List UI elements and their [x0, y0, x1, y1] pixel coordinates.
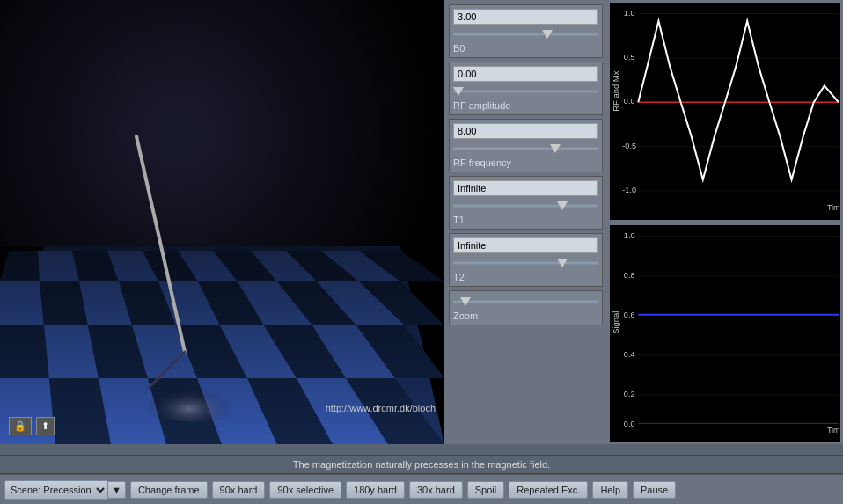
graphs-panel: 1.0 0.5 0.0 -0.5 -1.0 Tim	[607, 0, 843, 444]
30x-hard-button[interactable]: 30x hard	[409, 481, 463, 499]
viewport: http://www.drcmr.dk/bloch 🔒 ⬆	[0, 0, 444, 444]
lock-button[interactable]: 🔒	[9, 417, 32, 435]
b0-control: B0	[449, 4, 603, 58]
rf-frequency-slider[interactable]	[453, 142, 598, 156]
svg-text:Time: Time	[827, 425, 840, 434]
svg-text:1.0: 1.0	[624, 9, 635, 18]
change-frame-button[interactable]: Change frame	[130, 481, 208, 499]
b0-label: B0	[453, 43, 598, 54]
90x-selective-button[interactable]: 90x selective	[269, 481, 341, 499]
svg-text:Time: Time	[827, 203, 840, 212]
scene-svg	[0, 0, 444, 444]
rf-frequency-value-input[interactable]	[453, 123, 598, 139]
toolbar: Scene: Precession Scene: Relaxation Scen…	[0, 474, 843, 504]
zoom-label: Zoom	[453, 310, 598, 321]
rf-amplitude-control: RF amplitude	[449, 62, 603, 115]
rf-amplitude-label: RF amplitude	[453, 100, 598, 111]
t1-label: T1	[453, 215, 598, 225]
rf-amplitude-slider[interactable]	[453, 84, 598, 99]
controls-panel: B0 RF amplitude RF frequency	[444, 0, 607, 444]
top-section: http://www.drcmr.dk/bloch 🔒 ⬆ B0	[0, 0, 843, 455]
t1-value-input[interactable]	[453, 180, 598, 196]
main-container: http://www.drcmr.dk/bloch 🔒 ⬆ B0	[0, 0, 843, 504]
svg-rect-45	[610, 3, 840, 220]
status-message: The magnetization naturally precesses in…	[293, 459, 550, 470]
svg-text:0.4: 0.4	[624, 349, 635, 358]
rf-frequency-control: RF frequency	[449, 119, 603, 172]
svg-text:0.8: 0.8	[624, 270, 635, 279]
t2-control: T2	[449, 233, 603, 287]
signal-graph-container: 1.0 0.8 0.6 0.4 0.2 0.0 Tim	[610, 225, 840, 442]
signal-graph-svg: 1.0 0.8 0.6 0.4 0.2 0.0 Tim	[610, 225, 840, 442]
t2-value-input[interactable]	[453, 237, 598, 253]
viewport-icons: 🔒 ⬆	[9, 417, 55, 435]
upload-button[interactable]: ⬆	[36, 417, 55, 435]
zoom-control: Zoom	[449, 290, 603, 325]
180y-hard-button[interactable]: 180y hard	[346, 481, 405, 499]
rf-amplitude-value-input[interactable]	[453, 66, 598, 82]
rf-mx-graph-svg: 1.0 0.5 0.0 -0.5 -1.0 Tim	[610, 3, 840, 220]
svg-text:0.6: 0.6	[624, 310, 635, 318]
scene-select[interactable]: Scene: Precession Scene: Relaxation Scen…	[4, 480, 108, 500]
svg-text:-0.5: -0.5	[622, 142, 636, 150]
svg-text:RF and Mx: RF and Mx	[612, 70, 620, 112]
rf-frequency-label: RF frequency	[453, 157, 598, 168]
svg-text:0.0: 0.0	[624, 97, 635, 106]
svg-text:0.5: 0.5	[624, 53, 635, 62]
scene-select-wrapper: Scene: Precession Scene: Relaxation Scen…	[4, 480, 126, 500]
rf-mx-graph-container: 1.0 0.5 0.0 -0.5 -1.0 Tim	[610, 3, 840, 220]
svg-text:0.0: 0.0	[624, 419, 635, 427]
repeated-exc-button[interactable]: Repeated Exc.	[509, 481, 588, 499]
svg-text:0.2: 0.2	[624, 389, 635, 398]
zoom-slider[interactable]	[453, 295, 598, 309]
spoil-button[interactable]: Spoil	[467, 481, 504, 499]
90x-hard-button[interactable]: 90x hard	[212, 481, 266, 499]
t2-slider[interactable]	[453, 256, 598, 270]
status-bar: The magnetization naturally precesses in…	[0, 455, 843, 474]
svg-rect-59	[610, 225, 840, 442]
help-button[interactable]: Help	[592, 481, 628, 499]
viewport-url: http://www.drcmr.dk/bloch	[326, 403, 436, 413]
svg-text:1.0: 1.0	[624, 230, 635, 239]
b0-value-input[interactable]	[453, 9, 598, 25]
svg-text:Signal: Signal	[612, 310, 620, 333]
scene-dropdown-arrow[interactable]: ▼	[108, 481, 126, 499]
pause-button[interactable]: Pause	[633, 481, 676, 499]
t2-label: T2	[453, 272, 598, 282]
spotlight	[110, 334, 286, 422]
t1-control: T1	[449, 176, 603, 230]
svg-text:-1.0: -1.0	[622, 186, 636, 194]
b0-slider[interactable]	[453, 27, 598, 41]
t1-slider[interactable]	[453, 199, 598, 213]
